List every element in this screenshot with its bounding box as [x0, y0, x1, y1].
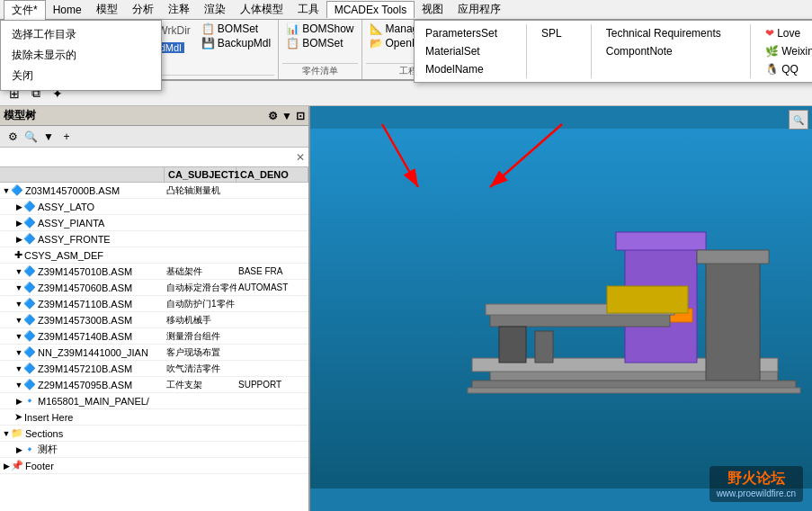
menu-mcadex[interactable]: MCADEx Tools [326, 1, 415, 18]
tree-expand-button[interactable]: ▼ [2, 186, 11, 195]
mcadex-love[interactable]: ❤ Love [758, 24, 812, 42]
tree-expand-button[interactable]: ▶ [14, 445, 23, 454]
tree-add-button[interactable]: + [58, 129, 75, 145]
mcadex-compont-note[interactable]: CompontNote [599, 42, 728, 60]
tree-cell-desc [236, 255, 308, 256]
mcadex-col4: ❤ Love 🌿 Weixin 🐧 QQ [758, 24, 812, 78]
menu-file[interactable]: 文件* [4, 0, 46, 20]
tree-expand-button[interactable]: ▶ [2, 462, 11, 471]
tree-cell-desc [236, 190, 308, 192]
search-input[interactable] [4, 152, 296, 163]
tree-search-button[interactable]: 🔍 [22, 129, 39, 145]
tree-cell-name: ▶🔷ASSY_PIANTA [0, 216, 165, 229]
tree-cell-desc [236, 206, 308, 208]
menu-annotation[interactable]: 注释 [161, 0, 197, 19]
tree-expand-button[interactable]: ▶ [14, 397, 23, 406]
tree-row[interactable]: ▼🔷Z29M1457095B.ASM工件支架SUPPORT [0, 377, 308, 393]
tree-cell-subject [165, 400, 236, 402]
tree-row[interactable]: ➤Insert Here [0, 409, 308, 426]
tree-expand-button[interactable]: ▼ [14, 381, 23, 390]
tree-expand-button[interactable]: ▼ [2, 429, 11, 438]
tree-expand-button[interactable]: ▶ [14, 219, 23, 228]
menu-human[interactable]: 人体模型 [233, 0, 290, 19]
tree-row[interactable]: ▶🔹测杆 [0, 442, 308, 458]
bom-icon: 📋 [201, 22, 215, 35]
file-close[interactable]: 关闭 [4, 66, 157, 86]
settings-icon[interactable]: ⚙ [268, 110, 278, 122]
watermark-brand: 野火论坛 [717, 470, 796, 489]
menu-app[interactable]: 应用程序 [451, 0, 508, 19]
file-select-dir[interactable]: 选择工作目录 [4, 24, 157, 45]
tree-expand-button[interactable]: ▼ [14, 300, 23, 309]
menu-analysis[interactable]: 分析 [125, 0, 161, 19]
tree-row[interactable]: ▼🔷Z39M1457140B.ASM测量滑台组件 [0, 328, 308, 345]
tree-row-name: Z03M1457000B.ASM [25, 185, 120, 196]
svg-rect-9 [706, 255, 760, 381]
menu-model[interactable]: 模型 [89, 0, 125, 19]
tree-row[interactable]: ▶🔷ASSY_FRONTE [0, 231, 308, 247]
tree-row-icon: 🔷 [23, 201, 36, 212]
mcadex-weixin[interactable]: 🌿 Weixin [758, 42, 812, 60]
tree-row[interactable]: ▶🔷ASSY_PIANTA [0, 215, 308, 231]
tree-cell-desc: AUTOMAST [236, 282, 308, 293]
svg-rect-4 [616, 232, 706, 250]
tree-cell-desc [236, 417, 308, 418]
tree-expand-button[interactable]: ▼ [14, 316, 23, 325]
mcadex-divider1 [526, 24, 527, 78]
tree-row-icon: 🔷 [23, 330, 36, 342]
tree-row[interactable]: ▼🔷Z03M1457000B.ASM凸轮轴测量机 [0, 183, 308, 199]
tree-row[interactable]: ▼📁Sections [0, 426, 308, 442]
menu-view[interactable]: 视图 [415, 0, 451, 19]
tree-expand-button[interactable]: ▼ [14, 348, 23, 357]
tree-filter-button[interactable]: ▼ [40, 129, 57, 145]
tree-settings-button[interactable]: ⚙ [4, 129, 21, 145]
tree-col-desc: CA_DENO [236, 167, 308, 182]
menu-tools[interactable]: 工具 [290, 0, 326, 19]
mcadex-materialset[interactable]: MaterialSet [418, 42, 504, 60]
tree-expand-button[interactable]: ▶ [14, 235, 23, 244]
mcadex-parametersset[interactable]: ParametersSet [418, 24, 504, 42]
tree-row[interactable]: ▶🔷ASSY_LATO [0, 199, 308, 215]
tree-row-name: M165801_MAIN_PANEL/ [38, 396, 149, 407]
tree-cell-desc: SUPPORT [236, 379, 308, 390]
mcadex-qq[interactable]: 🐧 QQ [758, 60, 812, 78]
tree-expand-button[interactable]: ▼ [14, 267, 23, 276]
bom-set-button2[interactable]: 📋 BOMSet [282, 36, 357, 50]
3d-view-panel[interactable]: 🔍 野火论坛 www.proewildfire.cn [310, 106, 812, 511]
tree-row[interactable]: ▼🔷Z39M1457060B.ASM自动标定滑台零件AUTOMAST [0, 280, 308, 296]
search-clear-button[interactable]: ✕ [296, 151, 305, 164]
bom-set-button[interactable]: 📋 BOMSet [198, 22, 274, 36]
tree-expand-button[interactable]: ▶ [14, 202, 23, 211]
tree-row[interactable]: ▼🔷NN_Z39M1441000_JIAN客户现场布置 [0, 345, 308, 361]
tree-row[interactable]: ▼🔷Z39M1457210B.ASM吹气清洁零件 [0, 361, 308, 377]
ribbon-col-small2: 📋 BOMSet 💾 BackupMdl [198, 22, 274, 50]
zoom-fit-button[interactable]: 🔍 [789, 110, 808, 130]
tree-expand-button[interactable]: ▼ [14, 332, 23, 341]
tree-row-icon: ✚ [14, 249, 22, 261]
tree-expand-button[interactable]: ▼ [14, 364, 23, 373]
menu-home[interactable]: Home [46, 2, 89, 18]
bom-show-button[interactable]: 📊 BOMShow [282, 22, 357, 36]
tree-row[interactable]: ▶📌Footer [0, 458, 308, 474]
tree-row[interactable]: ✚CSYS_ASM_DEF [0, 247, 308, 264]
tree-row-name: Insert Here [24, 412, 73, 423]
mcadex-spl[interactable]: SPL [534, 24, 569, 42]
model-tree-title: 模型树 [4, 108, 36, 123]
tree-row-name: 测杆 [38, 443, 58, 456]
tree-row-icon: 📁 [11, 427, 23, 439]
tree-row[interactable]: ▼🔷Z39M1457110B.ASM自动防护门1零件 [0, 296, 308, 312]
mcadex-tech-req[interactable]: Technical Requirements [599, 24, 728, 42]
backup-mdl-button[interactable]: 💾 BackupMdl [198, 36, 274, 50]
expand-icon[interactable]: ⊡ [296, 110, 305, 122]
tree-expand-button[interactable]: ▼ [14, 283, 23, 292]
tree-row[interactable]: ▶🔹M165801_MAIN_PANEL/ [0, 393, 308, 409]
tree-row[interactable]: ▼🔷Z39M1457300B.ASM移动机械手 [0, 312, 308, 328]
dropdown-icon[interactable]: ▼ [281, 110, 292, 122]
watermark-url: www.proewildfire.cn [717, 489, 796, 498]
tree-row[interactable]: ▼🔷Z39M1457010B.ASM基础架件BASE FRA [0, 264, 308, 280]
mcadex-modelname[interactable]: ModelName [418, 60, 504, 78]
mcadex-col1: ParametersSet MaterialSet ModelName [418, 24, 504, 78]
file-hide-undisplay[interactable]: 拔除未显示的 [4, 45, 157, 66]
weixin-icon: 🌿 [765, 45, 779, 58]
menu-render[interactable]: 渲染 [197, 0, 233, 19]
